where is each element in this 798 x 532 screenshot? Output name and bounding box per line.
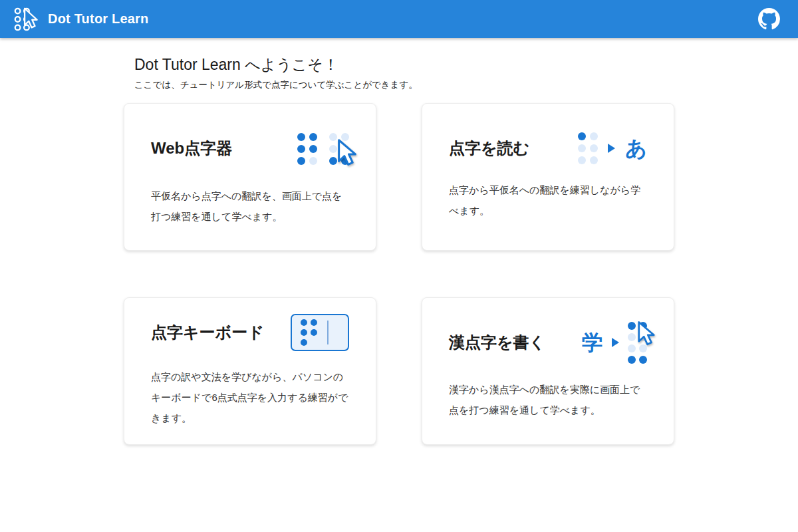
braille-cell <box>578 132 598 164</box>
mouse-cursor-icon <box>636 321 656 347</box>
hiragana-a-glyph: あ <box>625 138 647 159</box>
text-caret-icon <box>327 321 329 344</box>
card-title: 点字を読む <box>449 138 529 159</box>
card-title: Web点字器 <box>151 138 232 159</box>
card-read-braille[interactable]: 点字を読む あ 点字から平仮名への翻訳を練習しながら学べます。 <box>422 103 674 251</box>
braille-to-hiragana-icon: あ <box>578 132 647 164</box>
page-subtitle: ここでは、チュートリアル形式で点字について学ぶことができます。 <box>134 78 674 92</box>
braille-cell <box>297 133 317 165</box>
app-logo-icon <box>12 5 40 33</box>
main-content: Dot Tutor Learn へようこそ！ ここでは、チュートリアル形式で点字… <box>124 38 674 445</box>
card-description: 点字の訳や文法を学びながら、パソコンのキーボードで6点式点字を入力する練習ができ… <box>151 367 349 429</box>
braille-cells-with-cursor-icon <box>297 126 349 170</box>
arrow-right-icon <box>612 338 619 347</box>
card-head: 点字を読む あ <box>449 132 647 164</box>
kanji-to-braille-cursor-icon: 学 <box>582 322 647 364</box>
card-description: 漢字から漢点字への翻訳を実際に画面上で点を打つ練習を通して学べます。 <box>449 380 647 421</box>
github-link[interactable] <box>755 6 782 33</box>
welcome-section: Dot Tutor Learn へようこそ！ ここでは、チュートリアル形式で点字… <box>124 38 674 92</box>
app-header: Dot Tutor Learn <box>0 0 798 38</box>
card-description: 点字から平仮名への翻訳を練習しながら学べます。 <box>449 180 647 221</box>
page-title: Dot Tutor Learn へようこそ！ <box>134 55 674 75</box>
kanji-gaku-glyph: 学 <box>582 332 603 353</box>
card-head: Web点字器 <box>151 126 349 170</box>
card-write-kanji-braille[interactable]: 漢点字を書く 学 <box>422 297 674 445</box>
card-title: 点字キーボード <box>151 322 264 343</box>
mouse-cursor-icon <box>336 138 358 168</box>
arrow-right-icon <box>608 144 615 153</box>
braille-cell <box>301 319 317 346</box>
card-title: 漢点字を書く <box>449 332 545 353</box>
card-description: 平仮名から点字への翻訳を、画面上で点を打つ練習を通して学べます。 <box>151 186 349 227</box>
card-braille-keyboard[interactable]: 点字キーボード 点字の訳や文法を学びながら、パソコンのキーボードで6点式点字を入… <box>124 297 376 445</box>
card-head: 漢点字を書く 学 <box>449 322 647 364</box>
card-web-braille-writer[interactable]: Web点字器 平仮名から <box>124 103 376 251</box>
app-title: Dot Tutor Learn <box>48 11 149 27</box>
braille-keyboard-key-icon <box>291 314 349 351</box>
card-head: 点字キーボード <box>151 314 349 351</box>
tutorial-card-grid: Web点字器 平仮名から <box>124 103 674 445</box>
braille-cell-8dot-wrap <box>628 322 647 364</box>
github-icon <box>758 8 780 30</box>
